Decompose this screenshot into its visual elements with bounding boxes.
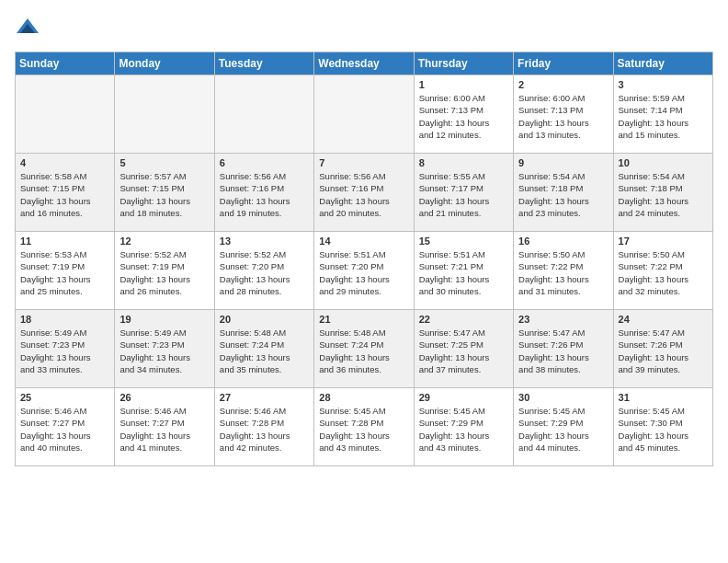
day-number: 27 [220, 392, 309, 403]
cell-info: Sunrise: 5:46 AM Sunset: 7:27 PM Dayligh… [119, 405, 209, 454]
cell-info: Sunrise: 5:56 AM Sunset: 7:16 PM Dayligh… [220, 170, 309, 219]
cell-info: Sunrise: 5:49 AM Sunset: 7:23 PM Dayligh… [20, 327, 109, 375]
week-row-4: 18Sunrise: 5:49 AM Sunset: 7:23 PM Dayli… [16, 310, 713, 388]
calendar-cell: 26Sunrise: 5:46 AM Sunset: 7:27 PM Dayli… [115, 388, 214, 466]
cell-info: Sunrise: 5:47 AM Sunset: 7:26 PM Dayligh… [518, 327, 608, 375]
day-number: 5 [119, 157, 209, 168]
day-header-tuesday: Tuesday [214, 52, 313, 75]
cell-info: Sunrise: 6:00 AM Sunset: 7:13 PM Dayligh… [518, 92, 608, 141]
day-number: 30 [518, 392, 608, 403]
day-number: 13 [220, 236, 309, 247]
day-number: 31 [619, 392, 708, 403]
calendar-cell: 30Sunrise: 5:45 AM Sunset: 7:29 PM Dayli… [514, 388, 613, 466]
cell-info: Sunrise: 5:46 AM Sunset: 7:28 PM Dayligh… [220, 405, 309, 454]
day-number: 17 [619, 236, 708, 247]
day-number: 6 [220, 157, 309, 168]
calendar-cell: 23Sunrise: 5:47 AM Sunset: 7:26 PM Dayli… [514, 310, 613, 388]
week-row-2: 4Sunrise: 5:58 AM Sunset: 7:15 PM Daylig… [16, 154, 713, 232]
day-header-wednesday: Wednesday [314, 52, 414, 75]
day-number: 7 [319, 157, 408, 168]
calendar-cell [16, 75, 115, 154]
day-number: 24 [619, 314, 708, 325]
calendar-cell: 6Sunrise: 5:56 AM Sunset: 7:16 PM Daylig… [214, 154, 313, 232]
week-row-5: 25Sunrise: 5:46 AM Sunset: 7:27 PM Dayli… [16, 388, 713, 466]
calendar-cell: 24Sunrise: 5:47 AM Sunset: 7:26 PM Dayli… [613, 310, 712, 388]
day-header-saturday: Saturday [613, 52, 712, 75]
calendar-cell [314, 75, 414, 154]
cell-info: Sunrise: 5:53 AM Sunset: 7:19 PM Dayligh… [20, 248, 109, 297]
calendar-cell: 19Sunrise: 5:49 AM Sunset: 7:23 PM Dayli… [115, 310, 214, 388]
cell-info: Sunrise: 5:52 AM Sunset: 7:19 PM Dayligh… [119, 248, 209, 297]
cell-info: Sunrise: 5:48 AM Sunset: 7:24 PM Dayligh… [319, 327, 408, 375]
cell-info: Sunrise: 5:57 AM Sunset: 7:15 PM Dayligh… [119, 170, 209, 219]
calendar-cell: 29Sunrise: 5:45 AM Sunset: 7:29 PM Dayli… [414, 388, 513, 466]
cell-info: Sunrise: 5:47 AM Sunset: 7:26 PM Dayligh… [619, 327, 708, 375]
day-number: 18 [20, 314, 109, 325]
cell-info: Sunrise: 5:56 AM Sunset: 7:16 PM Dayligh… [319, 170, 408, 219]
day-header-thursday: Thursday [414, 52, 513, 75]
calendar-cell: 25Sunrise: 5:46 AM Sunset: 7:27 PM Dayli… [16, 388, 115, 466]
cell-info: Sunrise: 5:50 AM Sunset: 7:22 PM Dayligh… [518, 248, 608, 297]
calendar-cell: 27Sunrise: 5:46 AM Sunset: 7:28 PM Dayli… [214, 388, 313, 466]
calendar-cell: 11Sunrise: 5:53 AM Sunset: 7:19 PM Dayli… [16, 232, 115, 310]
cell-info: Sunrise: 5:48 AM Sunset: 7:24 PM Dayligh… [220, 327, 309, 375]
calendar-cell: 9Sunrise: 5:54 AM Sunset: 7:18 PM Daylig… [514, 154, 613, 232]
day-number: 23 [518, 314, 608, 325]
day-number: 15 [419, 236, 508, 247]
cell-info: Sunrise: 5:50 AM Sunset: 7:22 PM Dayligh… [619, 248, 708, 297]
cell-info: Sunrise: 5:49 AM Sunset: 7:23 PM Dayligh… [119, 327, 209, 375]
day-number: 9 [518, 157, 608, 168]
day-number: 10 [619, 157, 708, 168]
calendar-cell: 12Sunrise: 5:52 AM Sunset: 7:19 PM Dayli… [115, 232, 214, 310]
calendar-cell: 4Sunrise: 5:58 AM Sunset: 7:15 PM Daylig… [16, 154, 115, 232]
day-header-friday: Friday [514, 52, 613, 75]
day-number: 8 [419, 157, 508, 168]
day-number: 14 [319, 236, 408, 247]
day-number: 25 [20, 392, 109, 403]
cell-info: Sunrise: 5:45 AM Sunset: 7:29 PM Dayligh… [518, 405, 608, 454]
cell-info: Sunrise: 5:58 AM Sunset: 7:15 PM Dayligh… [20, 170, 109, 219]
cell-info: Sunrise: 5:51 AM Sunset: 7:21 PM Dayligh… [419, 248, 508, 297]
calendar-cell: 2Sunrise: 6:00 AM Sunset: 7:13 PM Daylig… [514, 75, 613, 154]
calendar-table: SundayMondayTuesdayWednesdayThursdayFrid… [15, 52, 713, 466]
page-header [15, 15, 713, 40]
logo-icon [15, 15, 40, 40]
calendar-cell [214, 75, 313, 154]
calendar-cell: 17Sunrise: 5:50 AM Sunset: 7:22 PM Dayli… [613, 232, 712, 310]
calendar-cell: 5Sunrise: 5:57 AM Sunset: 7:15 PM Daylig… [115, 154, 214, 232]
cell-info: Sunrise: 5:59 AM Sunset: 7:14 PM Dayligh… [619, 92, 708, 141]
day-number: 3 [619, 79, 708, 90]
cell-info: Sunrise: 6:00 AM Sunset: 7:13 PM Dayligh… [419, 92, 508, 141]
day-number: 22 [419, 314, 508, 325]
calendar-cell [115, 75, 214, 154]
day-number: 4 [20, 157, 109, 168]
calendar-cell: 16Sunrise: 5:50 AM Sunset: 7:22 PM Dayli… [514, 232, 613, 310]
cell-info: Sunrise: 5:47 AM Sunset: 7:25 PM Dayligh… [419, 327, 508, 375]
logo [15, 15, 44, 40]
calendar-cell: 15Sunrise: 5:51 AM Sunset: 7:21 PM Dayli… [414, 232, 513, 310]
calendar-cell: 8Sunrise: 5:55 AM Sunset: 7:17 PM Daylig… [414, 154, 513, 232]
day-number: 16 [518, 236, 608, 247]
day-number: 26 [119, 392, 209, 403]
calendar-cell: 3Sunrise: 5:59 AM Sunset: 7:14 PM Daylig… [613, 75, 712, 154]
day-number: 11 [20, 236, 109, 247]
day-number: 19 [119, 314, 209, 325]
calendar-cell: 31Sunrise: 5:45 AM Sunset: 7:30 PM Dayli… [613, 388, 712, 466]
calendar-cell: 1Sunrise: 6:00 AM Sunset: 7:13 PM Daylig… [414, 75, 513, 154]
day-number: 12 [119, 236, 209, 247]
calendar-cell: 18Sunrise: 5:49 AM Sunset: 7:23 PM Dayli… [16, 310, 115, 388]
day-number: 2 [518, 79, 608, 90]
calendar-cell: 21Sunrise: 5:48 AM Sunset: 7:24 PM Dayli… [314, 310, 414, 388]
calendar-cell: 28Sunrise: 5:45 AM Sunset: 7:28 PM Dayli… [314, 388, 414, 466]
calendar-cell: 22Sunrise: 5:47 AM Sunset: 7:25 PM Dayli… [414, 310, 513, 388]
day-number: 28 [319, 392, 408, 403]
cell-info: Sunrise: 5:45 AM Sunset: 7:28 PM Dayligh… [319, 405, 408, 454]
day-number: 20 [220, 314, 309, 325]
cell-info: Sunrise: 5:51 AM Sunset: 7:20 PM Dayligh… [319, 248, 408, 297]
calendar-cell: 7Sunrise: 5:56 AM Sunset: 7:16 PM Daylig… [314, 154, 414, 232]
cell-info: Sunrise: 5:54 AM Sunset: 7:18 PM Dayligh… [518, 170, 608, 219]
calendar-cell: 10Sunrise: 5:54 AM Sunset: 7:18 PM Dayli… [613, 154, 712, 232]
cell-info: Sunrise: 5:54 AM Sunset: 7:18 PM Dayligh… [619, 170, 708, 219]
week-row-1: 1Sunrise: 6:00 AM Sunset: 7:13 PM Daylig… [16, 75, 713, 154]
calendar-cell: 13Sunrise: 5:52 AM Sunset: 7:20 PM Dayli… [214, 232, 313, 310]
